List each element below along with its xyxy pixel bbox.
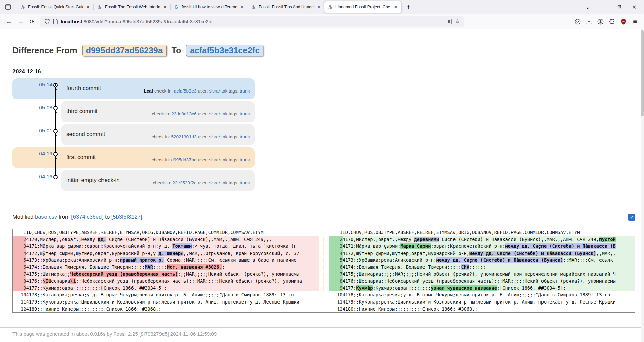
diff-text-left: 4177;;Кужмар;овраг;;;;;;;;;[Список 1866,… — [26, 285, 319, 292]
page-info-icon[interactable] — [53, 19, 58, 24]
timeline-arrow-up — [54, 88, 57, 90]
list-all-tabs-button[interactable]: ⌄ — [580, 0, 595, 14]
checkin-hash-link[interactable]: acfaf5b3e3 — [174, 88, 197, 94]
tab-close-icon[interactable]: ✕ — [393, 5, 398, 10]
diff-text-left: 4180;;Нижние Кинеры;;;;;;;;;;Список 1866… — [26, 306, 319, 313]
checkin-hash-link[interactable]: d995dd37ad — [171, 157, 197, 162]
tab-close-icon[interactable]: ✕ — [316, 5, 321, 10]
reload-button[interactable]: ⟳ — [26, 16, 38, 27]
reader-mode-icon[interactable] — [447, 19, 452, 24]
timeline-commit-detail: check-in: 52021301d3 user: sisrahtak tag… — [152, 134, 250, 139]
timeline-time-link[interactable]: 05:01 — [23, 128, 52, 134]
tag-link[interactable]: trunk — [240, 134, 250, 139]
diff-chng-segment: между дд. Сиçпе (Систеби) и Пăвакасси (Б… — [436, 257, 563, 263]
timeline-time-link[interactable]: 05:14 — [23, 82, 52, 88]
timeline-time-link[interactable]: 04:16 — [23, 174, 52, 180]
diff-separator: | — [319, 250, 329, 257]
extensions-button[interactable] — [606, 16, 618, 27]
tag-link[interactable]: trunk — [240, 180, 250, 185]
diff-plain-segment: ;;MAR;;;;См. ссылк — [563, 257, 613, 263]
timeline-node[interactable] — [53, 175, 58, 179]
tab-title: Unnamed Fossil Project: Check-i — [335, 5, 390, 9]
timeline-node[interactable] — [53, 83, 58, 87]
tab-close-icon[interactable]: ✕ — [239, 5, 244, 10]
timeline-node[interactable] — [53, 106, 58, 110]
diff-row: 84176;;\IШеснарка\i;;Чебоксарский уезд (… — [13, 278, 635, 285]
diff-plain-segment: 4176;;Шеснарка;;Чебоксарский уезд (право… — [343, 278, 616, 284]
detail-label: tags: — [229, 88, 240, 94]
from-hash-link[interactable]: d995dd37ad56239a — [86, 46, 163, 55]
minimize-button[interactable]: — — [595, 0, 611, 14]
user-link[interactable]: sisrahtak — [209, 111, 227, 116]
show-diff-checkbox[interactable]: ✓ — [628, 214, 635, 221]
diff-chng-segment: деревнями — [414, 237, 439, 242]
to-artifact-link[interactable]: [5b3f5f8127] — [111, 214, 142, 220]
to-hash-link[interactable]: acfaf5b3e31ce2fc — [190, 46, 260, 55]
tag-link[interactable]: trunk — [240, 157, 250, 162]
restore-button[interactable] — [611, 0, 626, 14]
checkin-hash-link[interactable]: 23de0a13c6 — [171, 111, 196, 116]
firefox-view-button[interactable] — [2, 2, 14, 12]
tab-1[interactable]: Fossil: Fossil Quick Start Guide✕ — [17, 1, 94, 13]
timeline-time-link[interactable]: 05:08 — [23, 105, 52, 111]
diff-line-number-right: 1 — [329, 229, 343, 236]
tracking-protection-shield-icon[interactable] — [44, 19, 50, 25]
forward-button[interactable]: → — [15, 16, 26, 27]
timeline-node[interactable] — [53, 152, 58, 156]
diff-plain-segment: 4179;;Куконар;речка;Цивильский и Козловс… — [343, 299, 616, 305]
user-link[interactable]: sisrahtak — [209, 157, 227, 162]
checkin-hash-link[interactable]: 52021301d3 — [171, 134, 197, 139]
timeline-node[interactable] — [53, 129, 58, 133]
modified-file-link[interactable]: base.csv — [35, 214, 57, 220]
tab-close-icon[interactable]: ✕ — [163, 5, 168, 10]
diff-heading-prefix: Difference From — [12, 46, 77, 55]
diff-ins-segment: Марка Сирми — [400, 243, 431, 249]
timeline-time-link[interactable]: 04:19 — [23, 151, 52, 157]
detail-label: tags: — [229, 157, 240, 162]
diff-row: 104178;;Каганарка;речка;у д. Вторые Чеку… — [13, 291, 635, 298]
url-bar[interactable]: localhost:8080/vdiff?from=d995dd37ad5623… — [40, 16, 464, 27]
diff-text-right: 4175;;Шатмарка;;;;;MAR;;;;;Некий объект … — [343, 271, 635, 278]
new-tab-button[interactable]: + — [403, 1, 414, 13]
diff-plain-segment: 4178;;Каганарка;речка;у д. Вторые Чекуры… — [26, 292, 297, 297]
back-button[interactable]: ← — [3, 16, 15, 27]
close-window-button[interactable]: ✕ — [626, 0, 642, 14]
ublock-button[interactable]: U0 — [618, 16, 629, 27]
pocket-button[interactable] — [572, 16, 583, 27]
diff-plain-segment: ;;;;;; — [469, 264, 486, 270]
downloads-button[interactable] — [583, 16, 595, 27]
scrollbar-thumb[interactable] — [641, 30, 644, 116]
url-text[interactable]: localhost:8080/vdiff?from=d995dd37ad5623… — [61, 19, 444, 24]
diff-plain-segment: Сиçпе (Систеби) и Пăвакасси (Буинск);;MA… — [439, 237, 599, 242]
page-scrollbar[interactable] — [641, 29, 644, 342]
account-button[interactable] — [595, 16, 606, 27]
tab-5[interactable]: Unnamed Fossil Project: Check-i✕ — [324, 1, 401, 13]
user-link[interactable]: sisrahtak — [209, 134, 227, 139]
tag-link[interactable]: trunk — [240, 111, 250, 116]
diff-line-number-left: 9 — [13, 285, 26, 292]
checkin-hash-link[interactable]: 22e2529f2e — [172, 180, 196, 185]
tab-2[interactable]: Fossil: The Fossil Web Interface✕ — [94, 1, 171, 13]
navigation-bar: ← → ⟳ localhost:8080/vdiff?from=d995dd37… — [0, 14, 644, 29]
from-artifact-link[interactable]: [6374fc36ed] — [71, 214, 103, 220]
url-host: localhost — [61, 19, 82, 24]
diff-plain-segment: ;;MAR;;;Отрыванов, Край норусовский, с. … — [183, 251, 299, 256]
menu-button[interactable]: ≡ — [629, 16, 641, 27]
user-link[interactable]: sisrahtak — [209, 88, 227, 94]
user-link[interactable]: sisrahtak — [209, 180, 227, 185]
tag-link[interactable]: trunk — [240, 88, 250, 94]
fossil-favicon-icon — [327, 4, 333, 10]
ublock-shield-icon: U0 — [621, 19, 626, 25]
chevron-down-icon: ⌄ — [585, 3, 590, 11]
footer-text: This page was generated in about 0.016s … — [12, 331, 217, 337]
tab-close-icon[interactable]: ✕ — [86, 5, 91, 10]
diff-plain-segment: 4177;;Кужмар;овраг;;;;;;;;;[Список 1866,… — [26, 285, 167, 291]
tab-3[interactable]: Gfossil UI how to view difference✕ — [171, 1, 247, 13]
bookmark-star-icon[interactable]: ☆ — [455, 18, 460, 25]
diff-text-left: 4172;Шӳтнер çырми;Шутнер;овраг;Вурнарски… — [26, 250, 319, 257]
diff-plain-segment: 4174;;Большая Тюмерля, Большие Тюмерли;;… — [343, 264, 461, 270]
tab-4[interactable]: Fossil: Fossil Tips And Usage Hi✕ — [247, 1, 324, 13]
timeline-commit-title: third commit — [66, 108, 98, 115]
timeline-commit-detail: check-in: d995dd37ad user: sisrahtak tag… — [152, 157, 250, 162]
diff-text-left: 4176;;\IШеснарка\i;;Чебоксарский уезд (п… — [26, 278, 319, 285]
